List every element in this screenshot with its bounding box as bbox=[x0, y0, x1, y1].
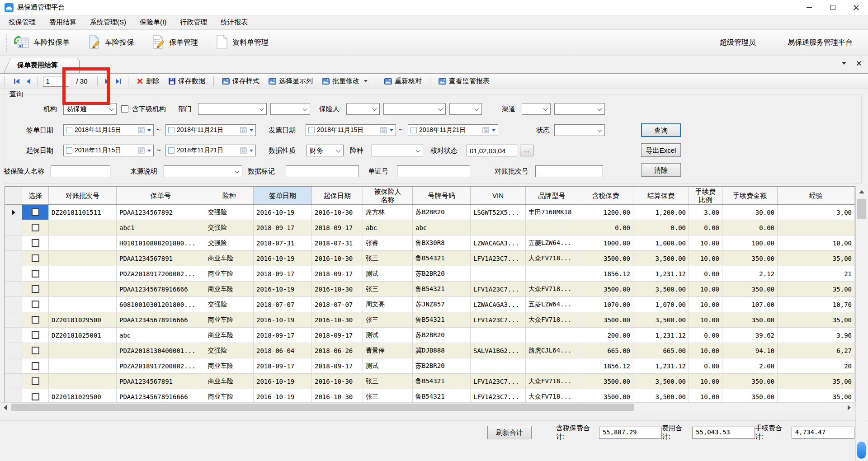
date-checkbox[interactable] bbox=[66, 147, 72, 154]
column-header-select[interactable]: 选择 bbox=[22, 187, 49, 204]
invoice-date-from-picker[interactable]: 2018年11月15日 bbox=[306, 124, 396, 136]
table-row[interactable]: PDZA2018130400001...交强险2018-06-042018-06… bbox=[5, 343, 855, 358]
clear-button[interactable]: 清除 bbox=[641, 163, 681, 177]
calendar-icon[interactable] bbox=[138, 147, 145, 154]
row-checkbox[interactable] bbox=[32, 393, 39, 400]
status-combobox[interactable] bbox=[554, 124, 605, 136]
table-row[interactable]: H0101010808201800...交强险2018-07-312018-07… bbox=[5, 235, 855, 251]
column-header-insurance-type[interactable]: 险种 bbox=[205, 187, 254, 204]
date-checkbox[interactable] bbox=[168, 127, 175, 133]
sign-date-to-picker[interactable]: 2018年11月21日 bbox=[165, 124, 256, 136]
vertical-scrollbar[interactable] bbox=[855, 186, 867, 461]
start-date-from-picker[interactable]: 2018年11月15日 bbox=[63, 145, 154, 156]
action-button[interactable]: 保存样式 bbox=[219, 75, 263, 87]
menu-item[interactable]: 统计报表 bbox=[214, 16, 255, 28]
calendar-icon[interactable] bbox=[240, 147, 247, 154]
row-checkbox[interactable] bbox=[32, 301, 39, 308]
insured-name-input[interactable] bbox=[51, 165, 110, 177]
table-row[interactable]: PDAA1234567891商业车险2016-10-192016-10-30张三… bbox=[5, 251, 855, 266]
channel-combobox-2[interactable] bbox=[554, 103, 605, 115]
scroll-left-icon[interactable] bbox=[4, 405, 7, 410]
menu-item[interactable]: 行政管理 bbox=[173, 16, 214, 28]
action-button[interactable]: 删除 bbox=[133, 75, 163, 87]
channel-combobox-1[interactable] bbox=[522, 103, 551, 115]
launcher-button-doc-edit-lines[interactable]: 保单管理 bbox=[148, 33, 201, 52]
table-row[interactable]: PDZA2018917200002...商业车险2018-09-172018-0… bbox=[5, 266, 855, 282]
sign-date-from-picker[interactable]: 2018年11月15日 bbox=[63, 124, 154, 136]
calendar-icon[interactable] bbox=[240, 127, 247, 133]
dept-combobox-1[interactable] bbox=[198, 103, 267, 115]
row-checkbox[interactable] bbox=[32, 254, 39, 262]
table-row[interactable]: DZ20181029500PDAA12345678916666商业车险2016-… bbox=[5, 312, 855, 328]
insurer-combobox-3[interactable] bbox=[449, 103, 482, 115]
column-header-fee-amount[interactable]: 手续费金额 bbox=[722, 187, 778, 204]
cert-no-input[interactable] bbox=[397, 165, 470, 177]
menu-item[interactable]: 费用结算 bbox=[42, 16, 83, 28]
prev-page-button[interactable] bbox=[24, 77, 33, 86]
column-header-sign-date[interactable]: 签单日期 bbox=[254, 187, 312, 204]
last-page-button[interactable] bbox=[113, 77, 123, 86]
column-header-premium-with-tax[interactable]: 含税保费 bbox=[578, 187, 633, 204]
row-checkbox[interactable] bbox=[32, 270, 39, 278]
row-checkbox[interactable] bbox=[32, 362, 39, 370]
row-checkbox[interactable] bbox=[32, 224, 39, 231]
row-checkbox[interactable] bbox=[32, 208, 39, 216]
tab-close-icon[interactable] bbox=[856, 61, 862, 66]
launcher-button-doc-edit[interactable]: 车险投保 bbox=[84, 33, 137, 52]
include-sub-org-checkbox[interactable] bbox=[121, 105, 128, 113]
action-button[interactable]: 选择显示列 bbox=[265, 75, 316, 87]
check-status-ellipsis-button[interactable]: … bbox=[520, 145, 533, 156]
column-header-fee-rate[interactable]: 手续费 比例 bbox=[689, 187, 722, 204]
check-status-input[interactable] bbox=[467, 145, 517, 156]
table-row[interactable]: abc1交强险2018-09-172018-09-17abcabc0.000.0… bbox=[5, 220, 855, 235]
table-row[interactable]: DZ20181029500PDAA12345678916666商业车险2016-… bbox=[5, 389, 855, 403]
dept-combobox-2[interactable] bbox=[270, 103, 310, 115]
row-checkbox[interactable] bbox=[32, 316, 39, 324]
horizontal-scroll-thumb[interactable] bbox=[11, 404, 634, 411]
column-header-brand-model[interactable]: 品牌型号 bbox=[526, 187, 578, 204]
column-header-insured-name[interactable]: 被保险人 名称 bbox=[363, 187, 413, 204]
action-button[interactable]: 重新核对 bbox=[381, 75, 425, 87]
chevron-down-icon[interactable] bbox=[147, 129, 151, 132]
date-checkbox[interactable] bbox=[168, 147, 175, 154]
table-row[interactable]: PDAA1234567891商业车险2016-10-192016-10-30张三… bbox=[5, 374, 855, 389]
column-header-batch-no[interactable]: 对账批次号 bbox=[49, 187, 117, 204]
tab-list-dropdown-icon[interactable] bbox=[842, 62, 846, 65]
row-checkbox[interactable] bbox=[32, 347, 39, 354]
minimize-button[interactable] bbox=[797, 0, 821, 15]
chevron-down-icon[interactable] bbox=[390, 129, 393, 132]
maximize-button[interactable] bbox=[821, 0, 844, 15]
ins-type-combobox[interactable] bbox=[372, 145, 423, 156]
row-checkbox[interactable] bbox=[32, 285, 39, 293]
first-page-button[interactable] bbox=[12, 77, 22, 86]
row-checkbox[interactable] bbox=[32, 331, 39, 339]
launcher-button-doc-plain[interactable]: 资料单管理 bbox=[212, 33, 271, 52]
menu-item[interactable]: 系统管理(S) bbox=[83, 16, 133, 28]
data-nature-combobox[interactable]: 财务 bbox=[307, 145, 344, 156]
column-header-plate-no[interactable]: 号牌号码 bbox=[413, 187, 471, 204]
scroll-right-icon[interactable] bbox=[848, 405, 851, 410]
chevron-down-icon[interactable] bbox=[492, 129, 495, 132]
row-checkbox[interactable] bbox=[32, 377, 39, 385]
menu-item[interactable]: 保险单(I) bbox=[133, 16, 173, 28]
action-button[interactable]: 查看监管报表 bbox=[435, 75, 493, 87]
table-row[interactable]: DZ20181101511PDAA1234567892交强险2016-10-19… bbox=[5, 205, 855, 220]
vertical-scroll-blue-thumb[interactable] bbox=[857, 442, 866, 459]
date-checkbox[interactable] bbox=[66, 127, 72, 133]
column-header-start-date[interactable]: 起保日期 bbox=[312, 187, 363, 204]
insurer-combobox-1[interactable] bbox=[346, 103, 380, 115]
source-combobox[interactable] bbox=[164, 165, 242, 177]
calendar-icon[interactable] bbox=[380, 127, 387, 133]
calendar-icon[interactable] bbox=[482, 127, 490, 133]
vertical-scroll-thumb[interactable] bbox=[857, 199, 866, 219]
action-button[interactable]: 保存数据 bbox=[165, 75, 208, 87]
start-date-to-picker[interactable]: 2018年11月21日 bbox=[165, 145, 256, 156]
launcher-button-car-policy-list[interactable]: 车险投保单 bbox=[11, 33, 72, 52]
date-checkbox[interactable] bbox=[410, 127, 417, 133]
date-checkbox[interactable] bbox=[308, 127, 315, 133]
batch-no-input[interactable] bbox=[535, 165, 603, 177]
column-header-experience[interactable]: 经验 bbox=[778, 187, 855, 204]
refresh-total-button[interactable]: 刷新合计 bbox=[487, 426, 532, 439]
search-button[interactable]: 查询 bbox=[641, 123, 681, 137]
export-excel-button[interactable]: 导出Excel bbox=[641, 143, 681, 157]
